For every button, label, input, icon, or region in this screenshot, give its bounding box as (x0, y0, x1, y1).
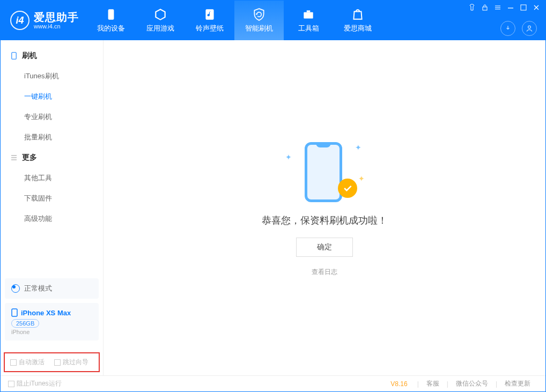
close-icon[interactable] (533, 4, 540, 11)
app-url: www.i4.cn (34, 23, 79, 29)
footer-link-support[interactable]: 客服 (419, 379, 447, 388)
footer-link-update[interactable]: 检查更新 (497, 379, 538, 388)
phone-icon (104, 8, 119, 21)
nav-label: 应用游戏 (146, 24, 174, 33)
app-body: 刷机 iTunes刷机 一键刷机 专业刷机 批量刷机 更多 其他工具 下载固件 … (1, 40, 545, 375)
maximize-icon[interactable] (520, 4, 527, 11)
shield-refresh-icon (252, 8, 267, 21)
checkbox-label: 自动激活 (19, 358, 45, 367)
mode-card[interactable]: 正常模式 (5, 278, 99, 299)
svg-point-6 (528, 26, 531, 28)
nav-label: 我的设备 (97, 24, 125, 33)
checkbox-skip-guide[interactable]: 跳过向导 (54, 358, 88, 367)
sidebar-item-itunes-flash[interactable]: iTunes刷机 (1, 66, 103, 86)
window-controls (468, 4, 540, 11)
app-logo: i4 爱思助手 www.i4.cn (1, 1, 86, 40)
svg-rect-0 (108, 9, 114, 20)
shirt-icon[interactable] (468, 4, 476, 11)
main-content: ✦ ✦ ✦ 恭喜您，保资料刷机成功啦！ 确定 查看日志 (104, 40, 545, 375)
music-note-icon (202, 8, 217, 21)
sidebar-item-advanced[interactable]: 高级功能 (1, 209, 103, 229)
svg-rect-5 (521, 5, 526, 10)
minimize-icon[interactable] (507, 4, 514, 11)
device-card[interactable]: iPhone XS Max 256GB iPhone (5, 303, 99, 341)
menu-icon[interactable] (494, 4, 501, 11)
sidebar-group-flash: 刷机 (1, 46, 103, 66)
sidebar: 刷机 iTunes刷机 一键刷机 专业刷机 批量刷机 更多 其他工具 下载固件 … (1, 40, 104, 375)
nav-label: 铃声壁纸 (196, 24, 224, 33)
confirm-button[interactable]: 确定 (296, 238, 353, 257)
svg-rect-3 (307, 10, 311, 12)
svg-rect-2 (304, 12, 313, 19)
logo-icon: i4 (10, 11, 29, 30)
sidebar-group-title: 更多 (22, 153, 37, 162)
sidebar-item-download-firmware[interactable]: 下载固件 (1, 188, 103, 209)
success-illustration: ✦ ✦ ✦ (295, 139, 354, 203)
svg-rect-7 (12, 53, 16, 60)
nav-label: 智能刷机 (245, 24, 273, 33)
header-actions (500, 21, 537, 36)
version-label: V8.16 (390, 380, 407, 388)
checkbox-icon (10, 359, 17, 366)
nav-smart-flash[interactable]: 智能刷机 (234, 1, 284, 40)
status-bar: 阻止iTunes运行 V8.16 | 客服 | 微信公众号 | 检查更新 (1, 375, 545, 391)
nav-label: 爱思商城 (344, 24, 372, 33)
device-name: iPhone XS Max (21, 309, 71, 317)
app-header: i4 爱思助手 www.i4.cn 我的设备 应用游戏 铃声壁纸 智能刷机 工具… (1, 1, 545, 40)
checkbox-label: 跳过向导 (63, 358, 88, 367)
nav-apps-games[interactable]: 应用游戏 (136, 1, 185, 40)
sparkle-icon: ✦ (355, 143, 361, 152)
nav-label: 工具箱 (298, 24, 319, 33)
phone-graphic (305, 142, 342, 202)
sparkle-icon: ✦ (358, 174, 365, 183)
flash-options-highlight: 自动激活 跳过向导 (4, 352, 100, 372)
user-icon[interactable] (522, 21, 537, 36)
lock-icon[interactable] (481, 4, 489, 11)
nav-store[interactable]: 爱思商城 (333, 1, 382, 40)
sidebar-group-title: 刷机 (22, 51, 37, 61)
success-message: 恭喜您，保资料刷机成功啦！ (262, 214, 387, 227)
sidebar-item-pro-flash[interactable]: 专业刷机 (1, 107, 103, 127)
download-icon[interactable] (500, 21, 515, 36)
sidebar-group-more: 更多 (1, 147, 103, 168)
checkbox-icon (8, 381, 14, 387)
view-log-link[interactable]: 查看日志 (312, 268, 337, 277)
checkbox-block-itunes[interactable]: 阻止iTunes运行 (8, 379, 62, 388)
app-name: 爱思助手 (34, 11, 79, 23)
svg-rect-4 (483, 7, 487, 10)
footer-link-wechat[interactable]: 微信公众号 (448, 379, 496, 388)
svg-rect-8 (12, 309, 17, 316)
sidebar-item-batch-flash[interactable]: 批量刷机 (1, 127, 103, 147)
nav-ringtones-wallpapers[interactable]: 铃声壁纸 (185, 1, 234, 40)
checkbox-icon (54, 359, 61, 366)
device-phone-icon (11, 308, 18, 317)
nav-my-device[interactable]: 我的设备 (86, 1, 136, 40)
toolbox-icon (301, 8, 316, 21)
shopping-bag-icon (350, 8, 365, 21)
sidebar-item-onekey-flash[interactable]: 一键刷机 (1, 86, 103, 107)
cube-icon (153, 8, 168, 21)
checkbox-label: 阻止iTunes运行 (17, 379, 62, 388)
mode-indicator-icon (11, 284, 20, 293)
checkbox-auto-activate[interactable]: 自动激活 (10, 358, 45, 367)
sidebar-item-other-tools[interactable]: 其他工具 (1, 168, 103, 188)
sparkle-icon: ✦ (285, 153, 292, 161)
mode-label: 正常模式 (24, 284, 52, 293)
checkmark-badge-icon (338, 179, 357, 198)
nav-toolbox[interactable]: 工具箱 (284, 1, 333, 40)
main-nav: 我的设备 应用游戏 铃声壁纸 智能刷机 工具箱 爱思商城 (86, 1, 382, 40)
list-icon (10, 154, 18, 161)
device-type: iPhone (11, 329, 92, 335)
device-capacity: 256GB (11, 319, 39, 328)
phone-outline-icon (10, 52, 18, 60)
